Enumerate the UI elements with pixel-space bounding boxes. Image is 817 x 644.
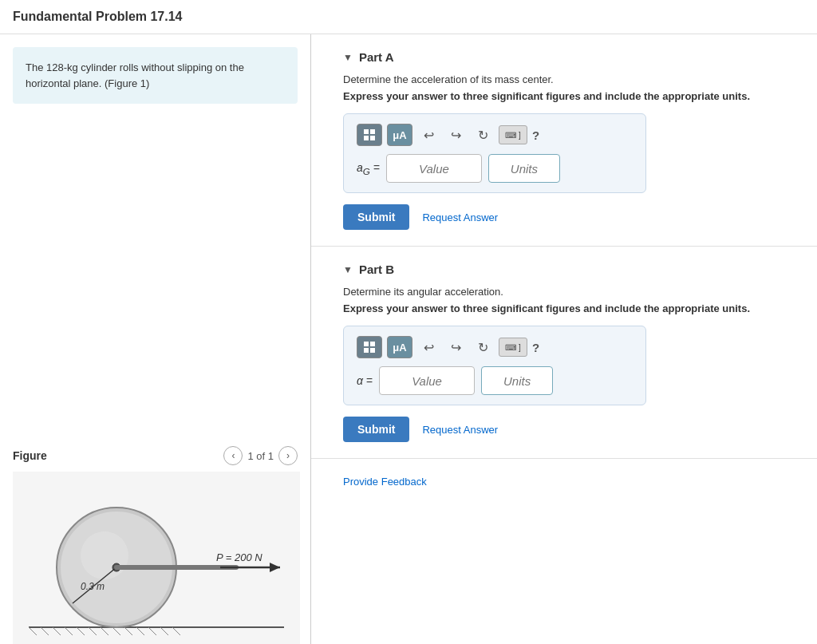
svg-text:0.3 m: 0.3 m bbox=[81, 581, 105, 592]
svg-line-8 bbox=[112, 627, 120, 635]
figure-canvas: 0.3 m P = 200 N bbox=[13, 472, 300, 644]
part-b-units-input[interactable] bbox=[481, 366, 553, 395]
part-b-value-input[interactable] bbox=[379, 366, 475, 395]
part-b-section: ▼ Part B Determine its angular accelerat… bbox=[311, 247, 817, 459]
svg-line-11 bbox=[148, 627, 156, 635]
part-a-reset-button[interactable]: ↻ bbox=[472, 124, 494, 146]
part-a-input-row: aG = bbox=[357, 154, 633, 183]
svg-line-1 bbox=[29, 627, 37, 635]
part-a-instruction: Express your answer to three significant… bbox=[343, 90, 785, 102]
part-a-submit-button[interactable]: Submit bbox=[343, 204, 409, 230]
svg-line-5 bbox=[77, 627, 85, 635]
svg-line-10 bbox=[136, 627, 144, 635]
part-b-grid-button[interactable] bbox=[357, 336, 382, 358]
part-b-action-row: Submit Request Answer bbox=[343, 417, 785, 442]
left-panel: The 128-kg cylinder rolls without slippi… bbox=[0, 34, 311, 644]
svg-line-13 bbox=[172, 627, 180, 635]
right-panel: ▼ Part A Determine the acceleration of i… bbox=[311, 34, 817, 644]
problem-description: The 128-kg cylinder rolls without slippi… bbox=[13, 47, 298, 104]
part-a-section: ▼ Part A Determine the acceleration of i… bbox=[311, 34, 817, 247]
part-b-request-answer-link[interactable]: Request Answer bbox=[422, 424, 498, 436]
part-a-help-button[interactable]: ? bbox=[532, 128, 539, 142]
figure-prev-button[interactable]: ‹ bbox=[223, 446, 243, 465]
part-a-answer-box: μA ↩ ↪ ↻ ⌨ ] ? aG = bbox=[343, 113, 646, 193]
part-a-undo-button[interactable]: ↩ bbox=[417, 124, 440, 146]
part-a-keyboard-button[interactable]: ⌨ ] bbox=[499, 125, 527, 144]
svg-point-16 bbox=[81, 531, 128, 579]
figure-nav: ‹ 1 of 1 › bbox=[223, 446, 298, 465]
part-a-units-input[interactable] bbox=[488, 154, 560, 183]
part-a-action-row: Submit Request Answer bbox=[343, 204, 785, 230]
part-b-description: Determine its angular acceleration. bbox=[343, 286, 785, 298]
cylinder-diagram: 0.3 m P = 200 N bbox=[13, 472, 300, 644]
figure-section: Figure ‹ 1 of 1 › bbox=[0, 437, 310, 644]
svg-line-12 bbox=[160, 627, 168, 635]
svg-line-7 bbox=[101, 627, 109, 635]
figure-label: Figure bbox=[13, 449, 47, 462]
part-b-toolbar: μA ↩ ↪ ↻ ⌨ ] ? bbox=[357, 336, 633, 358]
feedback-section: Provide Feedback bbox=[311, 459, 817, 504]
part-a-var-label: aG = bbox=[357, 161, 380, 176]
part-a-toolbar: μA ↩ ↪ ↻ ⌨ ] ? bbox=[357, 124, 633, 146]
page-title: Fundamental Problem 17.14 bbox=[0, 0, 817, 34]
part-a-redo-button[interactable]: ↪ bbox=[444, 124, 467, 146]
figure-header: Figure ‹ 1 of 1 › bbox=[13, 446, 298, 465]
svg-line-3 bbox=[53, 627, 61, 635]
part-a-arrow: ▼ bbox=[343, 52, 353, 63]
part-a-description: Determine the acceleration of its mass c… bbox=[343, 73, 785, 85]
part-b-instruction: Express your answer to three significant… bbox=[343, 302, 785, 314]
part-b-arrow: ▼ bbox=[343, 264, 353, 275]
part-a-grid-button[interactable] bbox=[357, 124, 382, 146]
svg-line-4 bbox=[65, 627, 73, 635]
part-b-title: Part B bbox=[359, 263, 394, 276]
figure-count: 1 of 1 bbox=[247, 450, 274, 462]
part-b-header: ▼ Part B bbox=[343, 263, 785, 276]
svg-line-2 bbox=[41, 627, 49, 635]
part-b-help-button[interactable]: ? bbox=[532, 341, 539, 354]
part-b-var-label: α = bbox=[357, 374, 373, 387]
svg-text:P = 200 N: P = 200 N bbox=[216, 551, 262, 563]
part-a-header: ▼ Part A bbox=[343, 50, 785, 64]
figure-next-button[interactable]: › bbox=[278, 446, 298, 465]
part-b-mu-button[interactable]: μA bbox=[387, 336, 412, 358]
part-a-title: Part A bbox=[359, 50, 394, 64]
svg-marker-22 bbox=[270, 563, 280, 572]
part-b-reset-button[interactable]: ↻ bbox=[472, 336, 494, 358]
part-a-mu-button[interactable]: μA bbox=[387, 124, 412, 146]
part-a-value-input[interactable] bbox=[386, 154, 482, 183]
part-b-answer-box: μA ↩ ↪ ↻ ⌨ ] ? α = bbox=[343, 326, 646, 405]
part-b-redo-button[interactable]: ↪ bbox=[444, 336, 467, 358]
part-a-request-answer-link[interactable]: Request Answer bbox=[422, 211, 498, 223]
part-b-submit-button[interactable]: Submit bbox=[343, 417, 409, 442]
part-b-input-row: α = bbox=[357, 366, 633, 395]
provide-feedback-link[interactable]: Provide Feedback bbox=[343, 476, 427, 488]
part-b-keyboard-button[interactable]: ⌨ ] bbox=[499, 338, 527, 357]
part-b-undo-button[interactable]: ↩ bbox=[417, 336, 440, 358]
svg-line-6 bbox=[89, 627, 97, 635]
svg-line-9 bbox=[124, 627, 132, 635]
